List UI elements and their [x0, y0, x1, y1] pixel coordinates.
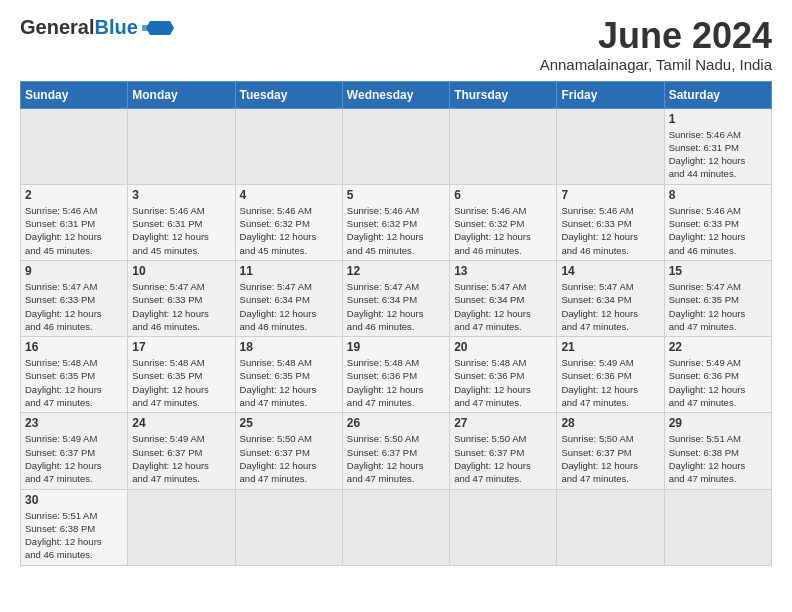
day-number: 15 [669, 264, 767, 278]
cell-info: Sunrise: 5:46 AMSunset: 6:31 PMDaylight:… [132, 204, 230, 257]
cell-info: Sunrise: 5:47 AMSunset: 6:34 PMDaylight:… [561, 280, 659, 333]
cell-info: Sunrise: 5:49 AMSunset: 6:36 PMDaylight:… [669, 356, 767, 409]
weekday-header-friday: Friday [557, 81, 664, 108]
cell-info: Sunrise: 5:49 AMSunset: 6:37 PMDaylight:… [132, 432, 230, 485]
day-number: 23 [25, 416, 123, 430]
calendar-cell: 7Sunrise: 5:46 AMSunset: 6:33 PMDaylight… [557, 184, 664, 260]
day-number: 19 [347, 340, 445, 354]
calendar-cell: 2Sunrise: 5:46 AMSunset: 6:31 PMDaylight… [21, 184, 128, 260]
calendar-cell [557, 489, 664, 565]
day-number: 6 [454, 188, 552, 202]
weekday-header-thursday: Thursday [450, 81, 557, 108]
cell-info: Sunrise: 5:47 AMSunset: 6:35 PMDaylight:… [669, 280, 767, 333]
calendar-cell: 26Sunrise: 5:50 AMSunset: 6:37 PMDayligh… [342, 413, 449, 489]
calendar-cell: 13Sunrise: 5:47 AMSunset: 6:34 PMDayligh… [450, 260, 557, 336]
weekday-header-row: SundayMondayTuesdayWednesdayThursdayFrid… [21, 81, 772, 108]
day-number: 14 [561, 264, 659, 278]
week-row-5: 30Sunrise: 5:51 AMSunset: 6:38 PMDayligh… [21, 489, 772, 565]
day-number: 10 [132, 264, 230, 278]
day-number: 29 [669, 416, 767, 430]
calendar-cell: 14Sunrise: 5:47 AMSunset: 6:34 PMDayligh… [557, 260, 664, 336]
cell-info: Sunrise: 5:46 AMSunset: 6:32 PMDaylight:… [454, 204, 552, 257]
calendar-table: SundayMondayTuesdayWednesdayThursdayFrid… [20, 81, 772, 566]
calendar-cell: 20Sunrise: 5:48 AMSunset: 6:36 PMDayligh… [450, 337, 557, 413]
calendar-cell [450, 108, 557, 184]
calendar-cell: 6Sunrise: 5:46 AMSunset: 6:32 PMDaylight… [450, 184, 557, 260]
calendar-cell: 10Sunrise: 5:47 AMSunset: 6:33 PMDayligh… [128, 260, 235, 336]
week-row-3: 16Sunrise: 5:48 AMSunset: 6:35 PMDayligh… [21, 337, 772, 413]
calendar-cell: 29Sunrise: 5:51 AMSunset: 6:38 PMDayligh… [664, 413, 771, 489]
day-number: 4 [240, 188, 338, 202]
cell-info: Sunrise: 5:46 AMSunset: 6:32 PMDaylight:… [347, 204, 445, 257]
calendar-cell: 9Sunrise: 5:47 AMSunset: 6:33 PMDaylight… [21, 260, 128, 336]
cell-info: Sunrise: 5:49 AMSunset: 6:36 PMDaylight:… [561, 356, 659, 409]
cell-info: Sunrise: 5:48 AMSunset: 6:36 PMDaylight:… [454, 356, 552, 409]
weekday-header-saturday: Saturday [664, 81, 771, 108]
cell-info: Sunrise: 5:48 AMSunset: 6:35 PMDaylight:… [25, 356, 123, 409]
cell-info: Sunrise: 5:49 AMSunset: 6:37 PMDaylight:… [25, 432, 123, 485]
day-number: 30 [25, 493, 123, 507]
day-number: 22 [669, 340, 767, 354]
cell-info: Sunrise: 5:51 AMSunset: 6:38 PMDaylight:… [25, 509, 123, 562]
cell-info: Sunrise: 5:48 AMSunset: 6:36 PMDaylight:… [347, 356, 445, 409]
day-number: 3 [132, 188, 230, 202]
day-number: 24 [132, 416, 230, 430]
calendar-cell: 19Sunrise: 5:48 AMSunset: 6:36 PMDayligh… [342, 337, 449, 413]
day-number: 2 [25, 188, 123, 202]
day-number: 21 [561, 340, 659, 354]
cell-info: Sunrise: 5:47 AMSunset: 6:34 PMDaylight:… [347, 280, 445, 333]
cell-info: Sunrise: 5:51 AMSunset: 6:38 PMDaylight:… [669, 432, 767, 485]
main-title: June 2024 [540, 16, 772, 56]
calendar-cell: 24Sunrise: 5:49 AMSunset: 6:37 PMDayligh… [128, 413, 235, 489]
day-number: 17 [132, 340, 230, 354]
calendar-cell [235, 108, 342, 184]
week-row-0: 1Sunrise: 5:46 AMSunset: 6:31 PMDaylight… [21, 108, 772, 184]
cell-info: Sunrise: 5:46 AMSunset: 6:33 PMDaylight:… [561, 204, 659, 257]
calendar-cell: 18Sunrise: 5:48 AMSunset: 6:35 PMDayligh… [235, 337, 342, 413]
sub-title: Annamalainagar, Tamil Nadu, India [540, 56, 772, 73]
day-number: 18 [240, 340, 338, 354]
cell-info: Sunrise: 5:50 AMSunset: 6:37 PMDaylight:… [561, 432, 659, 485]
calendar-cell [235, 489, 342, 565]
calendar-cell: 8Sunrise: 5:46 AMSunset: 6:33 PMDaylight… [664, 184, 771, 260]
week-row-1: 2Sunrise: 5:46 AMSunset: 6:31 PMDaylight… [21, 184, 772, 260]
day-number: 27 [454, 416, 552, 430]
calendar-cell: 28Sunrise: 5:50 AMSunset: 6:37 PMDayligh… [557, 413, 664, 489]
logo-blue: Blue [94, 16, 137, 38]
week-row-4: 23Sunrise: 5:49 AMSunset: 6:37 PMDayligh… [21, 413, 772, 489]
cell-info: Sunrise: 5:48 AMSunset: 6:35 PMDaylight:… [132, 356, 230, 409]
cell-info: Sunrise: 5:47 AMSunset: 6:33 PMDaylight:… [25, 280, 123, 333]
day-number: 9 [25, 264, 123, 278]
calendar-cell: 30Sunrise: 5:51 AMSunset: 6:38 PMDayligh… [21, 489, 128, 565]
calendar-cell [342, 489, 449, 565]
title-area: June 2024 Annamalainagar, Tamil Nadu, In… [540, 16, 772, 73]
cell-info: Sunrise: 5:50 AMSunset: 6:37 PMDaylight:… [240, 432, 338, 485]
weekday-header-tuesday: Tuesday [235, 81, 342, 108]
calendar-cell [128, 108, 235, 184]
day-number: 16 [25, 340, 123, 354]
calendar-cell: 3Sunrise: 5:46 AMSunset: 6:31 PMDaylight… [128, 184, 235, 260]
weekday-header-monday: Monday [128, 81, 235, 108]
calendar-cell [450, 489, 557, 565]
calendar-cell [128, 489, 235, 565]
logo: GeneralBlue [20, 16, 174, 39]
calendar-body: 1Sunrise: 5:46 AMSunset: 6:31 PMDaylight… [21, 108, 772, 565]
day-number: 20 [454, 340, 552, 354]
calendar-cell: 21Sunrise: 5:49 AMSunset: 6:36 PMDayligh… [557, 337, 664, 413]
cell-info: Sunrise: 5:47 AMSunset: 6:33 PMDaylight:… [132, 280, 230, 333]
day-number: 11 [240, 264, 338, 278]
calendar-cell: 23Sunrise: 5:49 AMSunset: 6:37 PMDayligh… [21, 413, 128, 489]
calendar-cell: 16Sunrise: 5:48 AMSunset: 6:35 PMDayligh… [21, 337, 128, 413]
cell-info: Sunrise: 5:48 AMSunset: 6:35 PMDaylight:… [240, 356, 338, 409]
weekday-header-sunday: Sunday [21, 81, 128, 108]
calendar-cell: 17Sunrise: 5:48 AMSunset: 6:35 PMDayligh… [128, 337, 235, 413]
day-number: 8 [669, 188, 767, 202]
day-number: 7 [561, 188, 659, 202]
calendar-cell: 27Sunrise: 5:50 AMSunset: 6:37 PMDayligh… [450, 413, 557, 489]
calendar-cell [557, 108, 664, 184]
week-row-2: 9Sunrise: 5:47 AMSunset: 6:33 PMDaylight… [21, 260, 772, 336]
calendar-cell: 1Sunrise: 5:46 AMSunset: 6:31 PMDaylight… [664, 108, 771, 184]
calendar-cell: 15Sunrise: 5:47 AMSunset: 6:35 PMDayligh… [664, 260, 771, 336]
cell-info: Sunrise: 5:46 AMSunset: 6:31 PMDaylight:… [25, 204, 123, 257]
logo-general: GeneralBlue [20, 16, 138, 39]
